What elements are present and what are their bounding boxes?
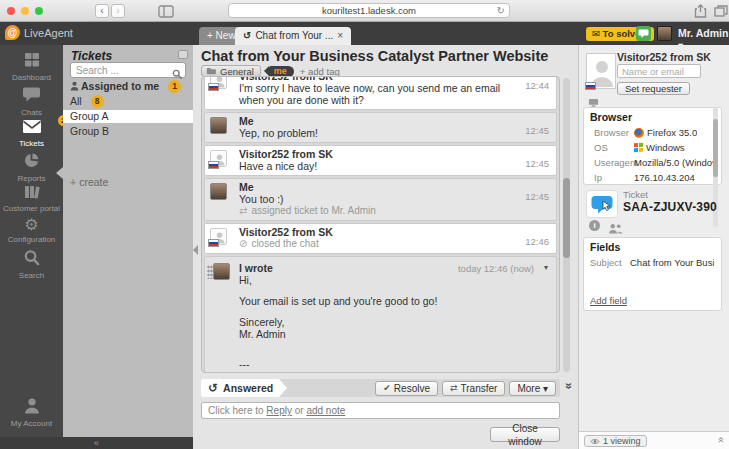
useragent-row: Useragent Mozilla/5.0 (Windows NT 6... bbox=[584, 155, 721, 170]
ticket-status-bar: ↺ Answered ✔ Resolve ⇄ Transfer More ▾ bbox=[201, 379, 560, 397]
ticket-type-tile bbox=[586, 190, 618, 218]
agent-avatar bbox=[210, 183, 227, 200]
set-requester-button[interactable]: Set requester bbox=[617, 82, 690, 95]
me-tag[interactable]: me bbox=[269, 66, 294, 77]
sidebar-item-chats[interactable]: Chats bbox=[0, 86, 63, 117]
pin-panel-icon[interactable] bbox=[178, 50, 188, 59]
os-row: OS Windows bbox=[584, 140, 721, 155]
active-panel-pointer bbox=[56, 167, 63, 179]
reports-icon bbox=[23, 152, 40, 169]
eye-icon bbox=[590, 438, 600, 445]
panel-footer: 1 viewing » bbox=[579, 431, 729, 449]
participants-icon[interactable] bbox=[608, 220, 623, 238]
panel-resize-handle[interactable] bbox=[193, 245, 198, 255]
assign-icon: ⇄ bbox=[239, 205, 247, 216]
share-icon[interactable] bbox=[694, 4, 707, 22]
collapse-sidebar-button[interactable]: « bbox=[0, 437, 193, 449]
slovakia-flag-icon bbox=[208, 83, 219, 91]
app-header: @ LiveAgent + New ↺ Chat from Your ... ×… bbox=[0, 22, 729, 45]
chat-bubble-icon bbox=[638, 28, 649, 39]
chat-scrollbar-thumb[interactable] bbox=[563, 178, 570, 258]
sidebar-item-dashboard[interactable]: Dashboard bbox=[0, 52, 63, 82]
message-options-caret[interactable]: ▾ bbox=[544, 263, 548, 272]
subject-row: Subject Chat from Your Business C... bbox=[584, 255, 721, 270]
agent-avatar bbox=[210, 117, 227, 134]
expand-panel-icon[interactable]: » bbox=[714, 437, 726, 443]
dashboard-icon bbox=[23, 52, 41, 68]
chat-scrollbar[interactable] bbox=[563, 78, 570, 372]
reply-input[interactable]: Click here to Reply or add note bbox=[201, 402, 560, 419]
add-tag-button[interactable]: + add tag bbox=[300, 66, 340, 77]
visitor-details-panel: Visitor252 from SK Set requester Browser… bbox=[578, 45, 729, 449]
ticket-label: Ticket bbox=[623, 189, 648, 200]
email-timestamp: today 12:46 (now) bbox=[458, 263, 534, 274]
more-button[interactable]: More ▾ bbox=[509, 381, 556, 396]
conversation-thread: Visitor252 from SK I'm sorry I have to l… bbox=[201, 76, 560, 373]
all-count-badge: 8 bbox=[91, 95, 104, 108]
search-input[interactable] bbox=[70, 62, 186, 78]
ip-row: Ip 176.10.43.204 bbox=[584, 170, 721, 185]
filter-group-b[interactable]: Group B bbox=[63, 125, 193, 138]
status-answered: ↺ Answered bbox=[201, 379, 279, 397]
tickets-panel-title: Tickets bbox=[71, 49, 112, 63]
tabs-overview-icon[interactable] bbox=[714, 4, 728, 22]
admin-avatar[interactable] bbox=[657, 26, 672, 41]
forward-button[interactable]: › bbox=[111, 4, 125, 18]
transfer-button[interactable]: ⇄ Transfer bbox=[442, 381, 505, 396]
transfer-icon: ⇄ bbox=[450, 382, 458, 395]
resolve-button[interactable]: ✔ Resolve bbox=[375, 381, 438, 396]
tab-close-icon[interactable]: × bbox=[337, 27, 343, 45]
ticket-title: Chat from Your Business Catalyst Partner… bbox=[201, 48, 548, 64]
tab-chat[interactable]: ↺ Chat from Your ... × bbox=[235, 27, 351, 45]
chat-closed-icon: ⊘ bbox=[239, 238, 247, 249]
filter-group-a[interactable]: Group A bbox=[63, 110, 193, 123]
address-bar[interactable]: kouriltest1.ladesk.com ↻ bbox=[228, 3, 510, 18]
tickets-panel: Tickets Assigned to me 1 All 8 Group A G… bbox=[63, 45, 193, 437]
browser-info-card: Browser Browser Firefox 35.0 OS Windows … bbox=[583, 107, 722, 185]
sidebar-item-customer-portal[interactable]: Customer portal bbox=[0, 184, 63, 213]
viewing-badge: 1 viewing bbox=[584, 435, 647, 447]
sidebar-item-my-account[interactable]: My Account bbox=[0, 397, 63, 428]
add-note-link[interactable]: add note bbox=[306, 405, 345, 416]
chat-status-button[interactable] bbox=[636, 26, 651, 41]
answered-reply-icon: ↺ bbox=[208, 381, 218, 395]
gear-icon: ⚙ bbox=[24, 216, 38, 233]
person-icon bbox=[23, 397, 41, 414]
assignee-person-icon bbox=[70, 81, 79, 94]
visitor-name: Visitor252 from SK bbox=[617, 51, 711, 63]
browser-row: Browser Firefox 35.0 bbox=[584, 125, 721, 140]
windows-icon bbox=[634, 143, 643, 153]
folder-icon bbox=[206, 67, 216, 75]
reply-link[interactable]: Reply bbox=[266, 405, 292, 416]
sidebar-toggle-icon[interactable] bbox=[158, 4, 174, 22]
details-scrollbar-thumb[interactable] bbox=[713, 119, 718, 177]
minimize-window-icon[interactable] bbox=[21, 7, 29, 15]
assigned-count-badge: 1 bbox=[168, 80, 181, 93]
firefox-icon bbox=[634, 128, 644, 138]
filter-all[interactable]: All 8 bbox=[63, 95, 193, 108]
liveagent-logo[interactable]: @ LiveAgent bbox=[5, 25, 73, 40]
sidebar-item-reports[interactable]: Reports bbox=[0, 152, 63, 183]
maximize-window-icon[interactable] bbox=[35, 7, 43, 15]
close-window-icon[interactable] bbox=[7, 7, 15, 15]
sidebar-item-configuration[interactable]: ⚙ Configuration bbox=[0, 216, 63, 244]
ticket-detail-main: Chat from Your Business Catalyst Partner… bbox=[193, 45, 578, 449]
requester-email-input[interactable] bbox=[617, 64, 701, 78]
sidebar-item-search[interactable]: Search bbox=[0, 249, 63, 280]
chat-message: Visitor252 from SK I'm sorry I have to l… bbox=[204, 76, 557, 110]
reload-icon[interactable]: ↻ bbox=[497, 4, 505, 17]
info-icon[interactable]: i bbox=[589, 220, 600, 231]
books-icon bbox=[23, 184, 41, 199]
check-icon: ✔ bbox=[383, 382, 391, 395]
collapse-statusbar-icon[interactable]: « bbox=[561, 383, 575, 390]
visitor-avatar bbox=[210, 76, 227, 89]
filter-assigned-to-me[interactable]: Assigned to me 1 bbox=[63, 80, 193, 93]
add-field-link[interactable]: Add field bbox=[590, 295, 627, 306]
back-button[interactable]: ‹ bbox=[95, 4, 109, 18]
create-filter-button[interactable]: +create bbox=[70, 176, 108, 188]
slovakia-flag-icon bbox=[208, 239, 219, 247]
email-message: I wrote today 12:46 (now) ▾ Hi, Your ema… bbox=[204, 256, 557, 373]
agent-avatar bbox=[213, 263, 230, 280]
sidebar-item-tickets[interactable]: 2 Tickets bbox=[0, 119, 63, 148]
close-window-button[interactable]: Close window bbox=[490, 427, 560, 442]
